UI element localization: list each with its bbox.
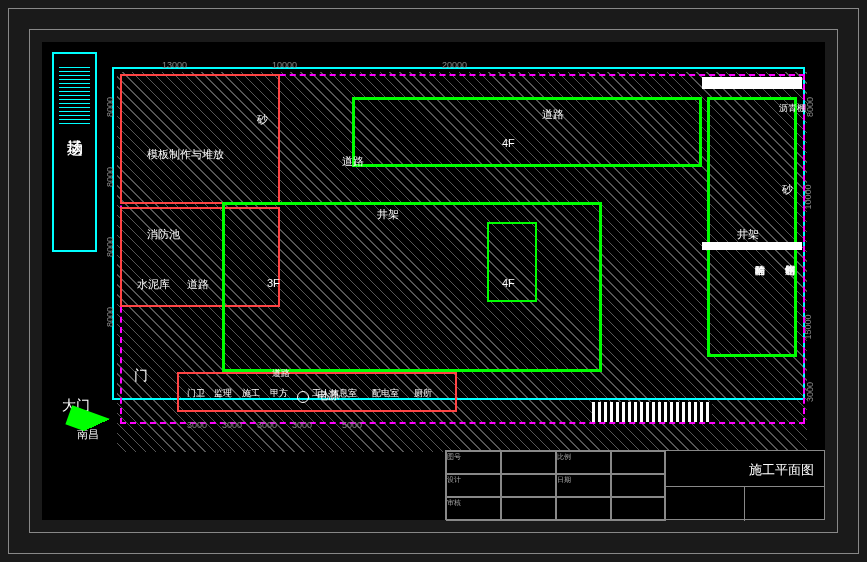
template-storage [120, 74, 280, 204]
label-jingjia2: 井架 [737, 227, 759, 242]
tb-cell: 审核 [446, 497, 501, 521]
label-daolu-bottom: 道路 [272, 367, 290, 380]
wall-mid-right [702, 242, 802, 250]
inner-frame: 运动场 模板制作与堆放 砂 消防池 水泥库 道路 道路 道路 3F 4F 4F … [29, 29, 838, 533]
tb-cell [611, 474, 666, 497]
title-block-grid: 图号 比例 设计 日期 审核 [446, 451, 666, 521]
compass-icon [67, 415, 127, 435]
label-jiafang: 甲方 [270, 387, 288, 400]
dim-left-2: 8000 [105, 167, 115, 187]
label-gate: 门 [134, 367, 148, 385]
label-shuini: 水泥库 [137, 277, 170, 292]
label-liqing: 沥青棚 [779, 102, 806, 115]
dim-top-3: 20000 [442, 60, 467, 70]
label-jianli: 监理 [214, 387, 232, 400]
dim-bot-1: 3000 [187, 420, 207, 430]
tb-cell: 图号 [446, 451, 501, 474]
dim-right-4: 3000 [805, 382, 815, 402]
tb-cell [611, 451, 666, 474]
label-peidian: 配电室 [372, 387, 399, 400]
label-cesuo: 厕所 [414, 387, 432, 400]
dim-right-2: 10000 [802, 184, 812, 209]
tb-cell: 设计 [446, 474, 501, 497]
dim-left-1: 8000 [105, 97, 115, 117]
label-4fa: 4F [502, 137, 515, 149]
drawing-title: 施工平面图 [665, 461, 814, 479]
wall-bottom [592, 402, 712, 422]
wall-top-right [702, 77, 802, 89]
label-menwei: 门卫 [187, 387, 205, 400]
dim-left-3: 8000 [105, 237, 115, 257]
label-xiaofang: 消防池 [147, 227, 180, 242]
outer-frame: 运动场 模板制作与堆放 砂 消防池 水泥库 道路 道路 道路 3F 4F 4F … [8, 8, 859, 554]
building-4f-top [352, 97, 702, 167]
dim-bot-2: 3000 [222, 420, 242, 430]
label-3f: 3F [267, 277, 280, 289]
label-sha2: 砂 [782, 182, 793, 197]
tb-cell [501, 474, 556, 497]
power-icon [297, 391, 309, 403]
tb-cell [611, 497, 666, 521]
label-daolu3: 道路 [542, 107, 564, 122]
dim-top-2: 10000 [272, 60, 297, 70]
dim-top-1: 13000 [162, 60, 187, 70]
title-block: 图号 比例 设计 日期 审核 施工平面图 [445, 450, 825, 520]
label-shigong: 施工 [242, 387, 260, 400]
label-4fb: 4F [502, 277, 515, 289]
sports-field-panel [52, 52, 97, 252]
dim-bot-3: 3000 [257, 420, 277, 430]
dim-bot-5: 5000 [342, 420, 362, 430]
label-daolu2: 道路 [342, 154, 364, 169]
dim-right-1: 8000 [805, 97, 815, 117]
label-daolu1: 道路 [187, 277, 209, 292]
tb-cell [556, 497, 611, 521]
drawing-canvas[interactable]: 运动场 模板制作与堆放 砂 消防池 水泥库 道路 道路 道路 3F 4F 4F … [42, 42, 825, 520]
tb-cell [501, 497, 556, 521]
tb-cell [501, 451, 556, 474]
label-jingjia: 井架 [377, 207, 399, 222]
label-muban: 模板制作与堆放 [147, 147, 224, 162]
tb-cell: 日期 [556, 474, 611, 497]
label-sha1: 砂 [257, 112, 268, 127]
label-power: 电源 [317, 388, 339, 403]
dim-left-4: 8000 [105, 307, 115, 327]
building-4f-mid [487, 222, 537, 302]
title-block-main: 施工平面图 [664, 451, 824, 521]
dim-bot-4: 3000 [292, 420, 312, 430]
dim-right-3: 15000 [802, 314, 812, 339]
tb-cell: 比例 [556, 451, 611, 474]
